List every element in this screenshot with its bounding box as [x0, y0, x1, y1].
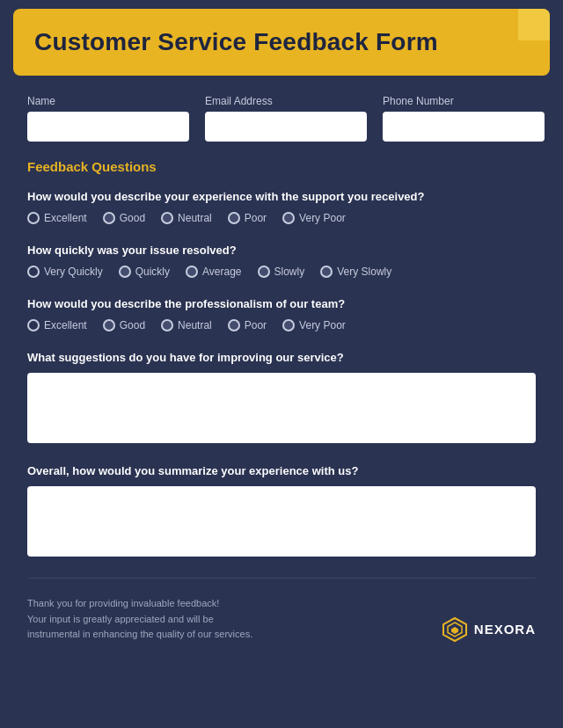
- summary-label: Overall, how would you summarize your ex…: [27, 464, 536, 477]
- radio-label: Average: [202, 266, 241, 278]
- radio-label: Excellent: [44, 319, 87, 331]
- radio-label: Good: [120, 212, 145, 224]
- radio-circle: [27, 266, 40, 278]
- radio-label: Excellent: [44, 212, 87, 224]
- radio-circle: [161, 212, 173, 224]
- radio-label: Good: [120, 319, 145, 331]
- radio-q1-good[interactable]: Good: [103, 212, 145, 224]
- radio-q2-quickly[interactable]: Quickly: [119, 266, 170, 278]
- radio-q2-very-slowly[interactable]: Very Slowly: [320, 266, 391, 278]
- radio-circle: [103, 212, 115, 224]
- name-field-group: Name: [27, 95, 189, 142]
- form-footer: Thank you for providing invaluable feedb…: [13, 596, 550, 643]
- radio-circle: [320, 266, 333, 278]
- name-input[interactable]: [27, 112, 189, 142]
- radio-label: Neutral: [178, 319, 212, 331]
- radio-label: Very Quickly: [44, 266, 103, 278]
- question-block-3: How would you describe the professionali…: [27, 297, 536, 331]
- question-text-2: How quickly was your issue resolved?: [27, 244, 536, 257]
- phone-label: Phone Number: [383, 95, 545, 107]
- question-block-2: How quickly was your issue resolved? Ver…: [27, 244, 536, 278]
- form-title: Customer Service Feedback Form: [34, 28, 438, 55]
- radio-label: Very Slowly: [337, 266, 391, 278]
- radio-q2-average[interactable]: Average: [186, 266, 241, 278]
- suggestions-textarea[interactable]: [27, 373, 536, 443]
- radio-q1-excellent[interactable]: Excellent: [27, 212, 87, 224]
- radio-q2-very-quickly[interactable]: Very Quickly: [27, 266, 103, 278]
- footer-divider: [27, 578, 536, 579]
- email-field-group: Email Address: [205, 95, 367, 142]
- footer-line3: instrumental in enhancing the quality of…: [27, 627, 252, 643]
- personal-info-row: Name Email Address Phone Number: [27, 95, 536, 142]
- radio-circle: [27, 319, 40, 331]
- radio-q3-neutral[interactable]: Neutral: [161, 319, 212, 331]
- radio-q3-poor[interactable]: Poor: [228, 319, 267, 331]
- radio-row-2: Very Quickly Quickly Average Slowly: [27, 266, 536, 278]
- radio-circle: [27, 212, 40, 224]
- radio-q3-excellent[interactable]: Excellent: [27, 319, 87, 331]
- radio-circle: [119, 266, 131, 278]
- suggestions-label: What suggestions do you have for improvi…: [27, 351, 536, 364]
- logo-text: NEXORA: [474, 622, 536, 637]
- radio-label: Quickly: [135, 266, 170, 278]
- radio-label: Poor: [245, 212, 267, 224]
- radio-circle: [186, 266, 198, 278]
- form-header: Customer Service Feedback Form: [13, 9, 550, 76]
- footer-line2: Your input is greatly appreciated and wi…: [27, 612, 252, 628]
- logo-area: NEXORA: [442, 616, 536, 643]
- footer-line1: Thank you for providing invaluable feedb…: [27, 596, 252, 612]
- radio-circle: [282, 212, 295, 224]
- header-corner-decoration: [518, 9, 550, 40]
- suggestions-block: What suggestions do you have for improvi…: [27, 351, 536, 447]
- summary-block: Overall, how would you summarize your ex…: [27, 464, 536, 560]
- radio-label: Slowly: [274, 266, 305, 278]
- radio-q2-slowly[interactable]: Slowly: [258, 266, 305, 278]
- radio-circle: [228, 212, 240, 224]
- radio-q3-good[interactable]: Good: [103, 319, 145, 331]
- radio-q3-very-poor[interactable]: Very Poor: [282, 319, 346, 331]
- radio-label: Very Poor: [299, 212, 346, 224]
- radio-circle: [258, 266, 270, 278]
- radio-q1-very-poor[interactable]: Very Poor: [282, 212, 346, 224]
- question-text-1: How would you describe your experience w…: [27, 190, 536, 203]
- radio-circle: [228, 319, 240, 331]
- svg-marker-2: [451, 627, 458, 634]
- summary-textarea[interactable]: [27, 486, 536, 557]
- phone-input[interactable]: [383, 112, 545, 142]
- radio-row-3: Excellent Good Neutral Poor: [27, 319, 536, 331]
- email-input[interactable]: [205, 112, 367, 142]
- radio-circle: [161, 319, 173, 331]
- nexora-logo-icon: [442, 616, 468, 643]
- footer-text: Thank you for providing invaluable feedb…: [27, 596, 252, 643]
- phone-field-group: Phone Number: [383, 95, 545, 142]
- radio-q1-neutral[interactable]: Neutral: [161, 212, 212, 224]
- question-block-1: How would you describe your experience w…: [27, 190, 536, 224]
- radio-circle: [282, 319, 295, 331]
- radio-q1-poor[interactable]: Poor: [228, 212, 267, 224]
- question-text-3: How would you describe the professionali…: [27, 297, 536, 310]
- radio-label: Neutral: [178, 212, 212, 224]
- radio-circle: [103, 319, 115, 331]
- feedback-section-title: Feedback Questions: [27, 159, 536, 174]
- name-label: Name: [27, 95, 189, 107]
- radio-label: Poor: [245, 319, 267, 331]
- radio-label: Very Poor: [299, 319, 346, 331]
- email-label: Email Address: [205, 95, 367, 107]
- radio-row-1: Excellent Good Neutral Poor: [27, 212, 536, 224]
